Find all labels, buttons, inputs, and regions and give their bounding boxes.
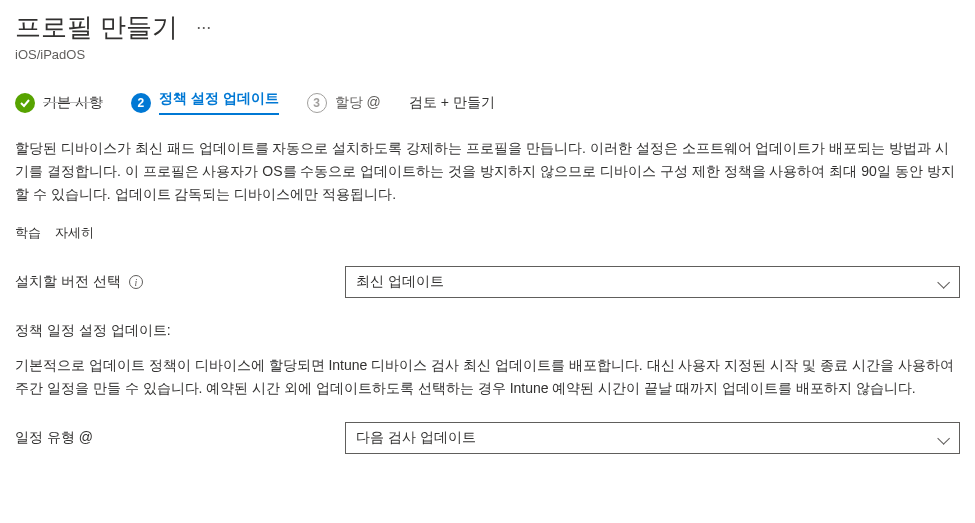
wizard-steps: 기본 사항 2 정책 설정 업데이트 3 할당 @ 검토 + 만들기 — [15, 90, 960, 115]
select-value: 다음 검사 업데이트 — [356, 429, 476, 447]
version-select-dropdown[interactable]: 최신 업데이트 — [345, 266, 960, 298]
page-subtitle: iOS/iPadOS — [15, 47, 960, 62]
title-text: 프로필 만들기 — [15, 10, 178, 45]
select-value: 최신 업데이트 — [356, 273, 444, 291]
step-label: 기본 사항 — [43, 94, 103, 112]
chevron-down-icon — [937, 432, 949, 444]
schedule-description: 기본적으로 업데이트 정책이 디바이스에 할당되면 Intune 디바이스 검사… — [15, 354, 960, 400]
step-label: 검토 + 만들기 — [409, 94, 495, 112]
step-number: 2 — [131, 93, 151, 113]
wizard-step-update-policy[interactable]: 2 정책 설정 업데이트 — [131, 90, 279, 115]
schedule-heading: 정책 일정 설정 업데이트: — [15, 322, 960, 340]
info-icon[interactable]: i — [129, 275, 143, 289]
version-select-label: 설치할 버전 선택 i — [15, 273, 345, 291]
label-text: 일정 유형 @ — [15, 429, 93, 447]
more-icon[interactable]: ··· — [196, 17, 211, 38]
wizard-step-assignments[interactable]: 3 할당 @ — [307, 93, 381, 113]
schedule-type-dropdown[interactable]: 다음 검사 업데이트 — [345, 422, 960, 454]
wizard-step-review-create[interactable]: 검토 + 만들기 — [409, 94, 495, 112]
step-label: 할당 @ — [335, 94, 381, 112]
learn-label: 학습 — [15, 225, 41, 240]
step-number: 3 — [307, 93, 327, 113]
learn-more-link[interactable]: 자세히 — [55, 225, 94, 240]
learn-more-row: 학습 자세히 — [15, 224, 960, 242]
check-icon — [15, 93, 35, 113]
policy-description: 할당된 디바이스가 최신 패드 업데이트를 자동으로 설치하도록 강제하는 프로… — [15, 137, 960, 206]
schedule-type-row: 일정 유형 @ 다음 검사 업데이트 — [15, 422, 960, 454]
page-title: 프로필 만들기 ··· — [15, 10, 960, 45]
schedule-type-label: 일정 유형 @ — [15, 429, 345, 447]
wizard-step-basics[interactable]: 기본 사항 — [15, 93, 103, 113]
chevron-down-icon — [937, 276, 949, 288]
step-label: 정책 설정 업데이트 — [159, 90, 279, 115]
version-select-row: 설치할 버전 선택 i 최신 업데이트 — [15, 266, 960, 298]
label-text: 설치할 버전 선택 — [15, 273, 121, 291]
